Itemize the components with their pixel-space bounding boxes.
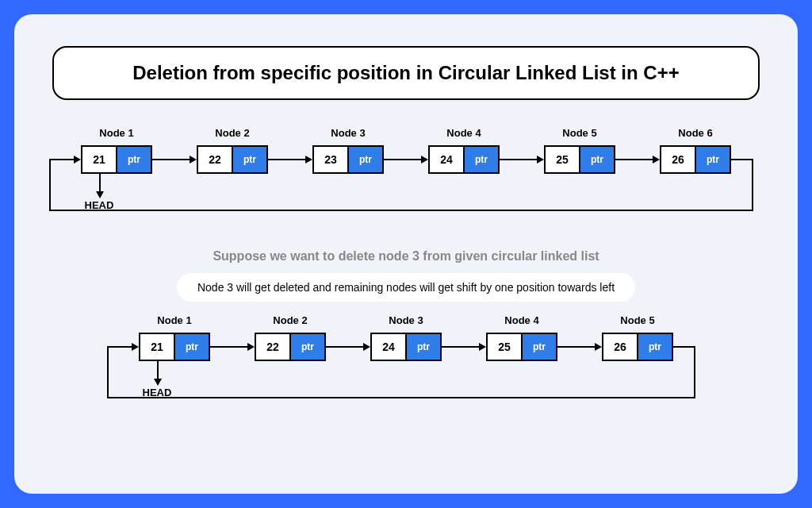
node-label: Node 2	[197, 127, 268, 139]
node-ptr: ptr	[696, 147, 730, 172]
node-value: 23	[314, 147, 349, 172]
linked-list-node: Node 121ptr	[81, 127, 152, 174]
node-value: 24	[372, 334, 407, 360]
head-label-before: HEAD	[85, 199, 114, 211]
linked-list-node: Node 222ptr	[197, 127, 268, 174]
node-label: Node 1	[139, 314, 210, 326]
node-value: 25	[546, 147, 580, 172]
caption-result: Node 3 will get deleted and remaining no…	[177, 273, 635, 302]
linked-list-before: Node 121ptrNode 222ptrNode 323ptrNode 42…	[44, 127, 768, 246]
node-value: 26	[603, 334, 638, 360]
node-ptr: ptr	[580, 147, 614, 172]
node-value: 21	[82, 147, 117, 172]
node-ptr: ptr	[638, 334, 672, 360]
diagram-canvas: Deletion from specific position in Circu…	[14, 14, 798, 494]
linked-list-after: Node 121ptrNode 222ptrNode 324ptrNode 42…	[44, 314, 768, 433]
node-label: Node 3	[370, 314, 442, 326]
caption-suppose: Suppose we want to delete node 3 from gi…	[44, 249, 768, 264]
node-ptr: ptr	[233, 147, 266, 172]
node-label: Node 4	[486, 314, 557, 326]
node-value: 21	[140, 334, 175, 360]
node-label: Node 1	[81, 127, 152, 139]
linked-list-node: Node 525ptr	[544, 127, 615, 174]
node-value: 22	[256, 334, 291, 360]
linked-list-node: Node 526ptr	[602, 314, 673, 361]
linked-list-node: Node 424ptr	[428, 127, 500, 174]
node-label: Node 3	[312, 127, 384, 139]
node-ptr: ptr	[523, 334, 556, 360]
node-value: 24	[430, 147, 465, 172]
linked-list-node: Node 222ptr	[255, 314, 326, 361]
node-ptr: ptr	[465, 147, 498, 172]
node-label: Node 6	[660, 127, 731, 139]
linked-list-node: Node 324ptr	[370, 314, 442, 361]
linked-list-node: Node 425ptr	[486, 314, 557, 361]
node-label: Node 5	[544, 127, 615, 139]
node-label: Node 4	[428, 127, 500, 139]
node-label: Node 5	[602, 314, 673, 326]
linked-list-node: Node 121ptr	[139, 314, 210, 361]
node-ptr: ptr	[349, 147, 382, 172]
node-value: 26	[661, 147, 696, 172]
diagram-title: Deletion from specific position in Circu…	[52, 46, 760, 100]
node-ptr: ptr	[175, 334, 209, 360]
node-ptr: ptr	[291, 334, 324, 360]
node-label: Node 2	[255, 314, 326, 326]
linked-list-node: Node 626ptr	[660, 127, 731, 174]
node-value: 25	[488, 334, 523, 360]
linked-list-node: Node 323ptr	[312, 127, 384, 174]
node-ptr: ptr	[407, 334, 440, 360]
node-value: 22	[198, 147, 233, 172]
head-label-after: HEAD	[143, 387, 172, 398]
node-ptr: ptr	[117, 147, 151, 172]
